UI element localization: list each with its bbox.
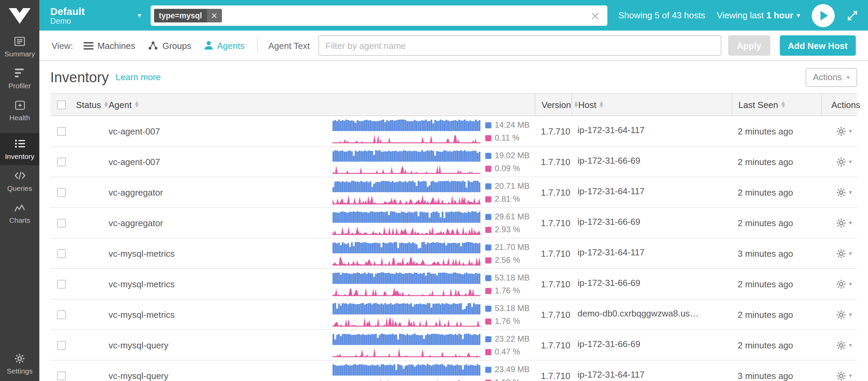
- row-last-seen-cell: 3 minutes ago: [732, 248, 821, 258]
- host-count-summary: Showing 5 of 43 hosts: [618, 10, 705, 20]
- view-tab-machines[interactable]: Machines: [83, 40, 135, 51]
- agent-name: vc-mysql-query: [109, 340, 168, 350]
- page-header: Inventory Learn more Actions ▾: [50, 61, 857, 93]
- memory-legend-swatch: [485, 305, 491, 311]
- sidebar-item-settings[interactable]: Settings: [0, 348, 39, 380]
- sparkline-legend: 53.18 MB 1.76 %: [485, 303, 530, 326]
- sidebar-item-charts[interactable]: Charts: [0, 197, 39, 229]
- row-actions-button[interactable]: ▾: [836, 340, 852, 350]
- row-checkbox[interactable]: [57, 371, 66, 380]
- agent-version: 1.7.710: [541, 340, 570, 350]
- agent-filter-input[interactable]: [318, 35, 721, 56]
- chevron-down-icon: ▾: [849, 250, 852, 257]
- learn-more-link[interactable]: Learn more: [116, 72, 161, 82]
- row-checkbox[interactable]: [57, 218, 66, 227]
- host-search-input[interactable]: [222, 10, 586, 20]
- time-range-selector[interactable]: Viewing last 1 hour ▾: [717, 10, 800, 20]
- actions-button[interactable]: Actions ▾: [806, 68, 857, 87]
- chevron-down-icon: ▾: [847, 74, 850, 80]
- row-last-seen-cell: 2 minutes ago: [732, 126, 821, 136]
- environment-subtitle: Demo: [50, 17, 85, 25]
- expand-icon[interactable]: [846, 9, 858, 21]
- last-seen: 2 minutes ago: [738, 309, 793, 320]
- app-logo[interactable]: [0, 0, 39, 31]
- sparkline-charts: [333, 241, 480, 265]
- row-version-cell: 1.7.710: [535, 157, 571, 167]
- row-status-cell: [76, 126, 109, 136]
- filter-tag[interactable]: type=mysql ×: [154, 8, 222, 22]
- row-status-cell: [76, 187, 109, 197]
- memory-value: 20.71 MB: [495, 181, 530, 191]
- row-status-cell: [76, 370, 109, 381]
- apply-button[interactable]: Apply: [728, 35, 770, 56]
- row-checkbox[interactable]: [57, 310, 66, 319]
- column-header-last-seen[interactable]: Last Seen ▲▼: [732, 94, 821, 115]
- row-version-cell: 1.7.710: [535, 340, 571, 350]
- row-checkbox[interactable]: [57, 188, 66, 197]
- host-name: ip-172-31-64-117: [578, 125, 645, 135]
- search-clear-icon[interactable]: ×: [586, 8, 605, 22]
- memory-sparkline: [333, 333, 480, 345]
- cpu-sparkline: [333, 316, 480, 326]
- environment-switcher[interactable]: Default Demo ▾: [39, 5, 141, 25]
- memory-legend-swatch: [485, 244, 491, 250]
- cpu-legend-swatch: [485, 349, 491, 355]
- agent-version: 1.7.710: [541, 157, 570, 167]
- cpu-value: 0.47 %: [495, 347, 520, 357]
- row-last-seen-cell: 3 minutes ago: [732, 370, 821, 381]
- sparkline-legend: 23.49 MB 1.19 %: [485, 364, 530, 381]
- column-header-agent[interactable]: Agent ▲▼: [109, 94, 333, 115]
- row-actions-button[interactable]: ▾: [836, 187, 852, 197]
- row-checkbox[interactable]: [57, 341, 66, 349]
- play-icon: [820, 11, 828, 20]
- filter-tag-close-icon[interactable]: ×: [207, 8, 222, 22]
- row-actions-button[interactable]: ▾: [836, 309, 852, 320]
- row-actions-button[interactable]: ▾: [836, 157, 852, 167]
- sparkline-charts: [333, 333, 480, 357]
- row-check-cell: [50, 218, 76, 227]
- row-agent-cell: vc-aggregator: [109, 187, 333, 197]
- row-actions-button[interactable]: ▾: [836, 279, 852, 289]
- row-actions-button[interactable]: ▾: [836, 248, 852, 258]
- column-header-version[interactable]: Version ▲▼: [535, 94, 571, 115]
- row-agent-cell: vc-aggregator: [109, 218, 333, 228]
- host-search-bar[interactable]: type=mysql × ×: [151, 5, 607, 25]
- memory-sparkline: [333, 180, 480, 192]
- memory-sparkline: [333, 241, 480, 253]
- sidebar-item-profiler[interactable]: Profiler: [0, 62, 39, 94]
- sidebar-item-queries[interactable]: Queries: [0, 165, 39, 197]
- select-all-checkbox[interactable]: [57, 100, 66, 109]
- view-tab-agents[interactable]: Agents: [204, 40, 245, 51]
- column-header-host[interactable]: Host ▲▼: [571, 94, 732, 115]
- column-header-status[interactable]: Status ▲▼: [76, 94, 109, 115]
- row-actions-cell: ▾: [821, 248, 857, 258]
- add-new-host-button[interactable]: Add New Host: [780, 35, 856, 56]
- view-tab-label: Machines: [97, 40, 135, 51]
- row-spark-cell: 53.18 MB 1.76 %: [333, 272, 535, 296]
- time-range-value: 1 hour: [766, 10, 793, 20]
- gear-icon: [836, 370, 846, 381]
- sparkline-charts: [333, 364, 480, 381]
- sidebar-item-summary[interactable]: Summary: [0, 31, 39, 62]
- row-checkbox[interactable]: [57, 127, 66, 135]
- row-checkbox[interactable]: [57, 249, 66, 258]
- play-button[interactable]: [812, 4, 835, 27]
- cpu-legend-swatch: [485, 379, 491, 381]
- row-actions-button[interactable]: ▾: [836, 370, 852, 381]
- sidebar-item-health[interactable]: Health: [0, 94, 39, 126]
- row-checkbox[interactable]: [57, 157, 66, 166]
- host-name: ip-172-31-64-117: [578, 247, 645, 257]
- sparkline-charts: [333, 150, 480, 174]
- view-tab-groups[interactable]: Groups: [148, 40, 191, 51]
- row-actions-cell: ▾: [821, 309, 857, 320]
- column-header-label: Actions: [831, 99, 860, 110]
- row-actions-button[interactable]: ▾: [836, 126, 852, 136]
- sidebar-item-inventory[interactable]: Inventory: [0, 133, 39, 165]
- row-actions-cell: ▾: [821, 279, 857, 289]
- row-checkbox[interactable]: [57, 279, 66, 288]
- row-actions-button[interactable]: ▾: [836, 218, 852, 228]
- memory-value: 53.18 MB: [495, 273, 530, 283]
- cpu-sparkline: [333, 163, 480, 174]
- cpu-legend-swatch: [485, 226, 491, 233]
- agent-version: 1.7.710: [541, 218, 570, 228]
